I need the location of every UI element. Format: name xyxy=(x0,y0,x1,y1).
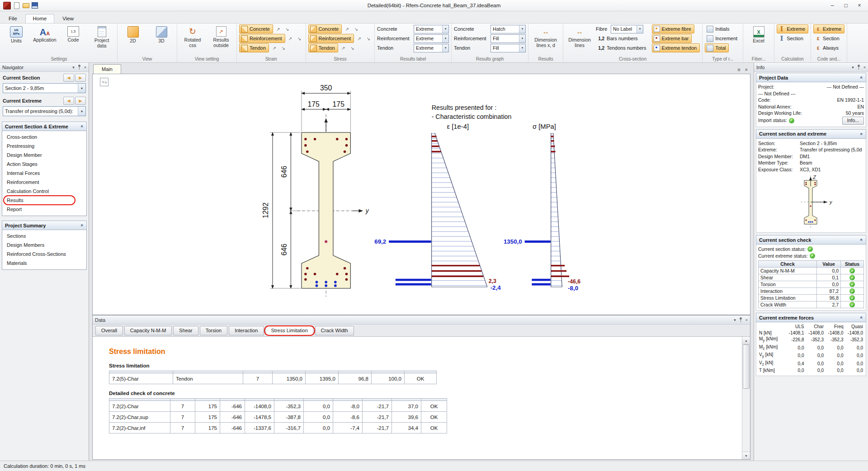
dimension-lines-xd-button[interactable]: ↔ Dimension lines x, d xyxy=(531,25,561,49)
tab-shear[interactable]: Shear xyxy=(173,326,198,335)
view-3d-button[interactable]: 3D xyxy=(148,25,175,45)
extreme-fibre-button[interactable]: Extreme fibre xyxy=(652,24,694,33)
next-section-button[interactable]: ▶ xyxy=(75,74,86,82)
initials-button[interactable]: Initials xyxy=(705,24,732,33)
strain-direction-up-icon[interactable]: ↗ xyxy=(274,25,282,33)
view-2d-button[interactable]: 2D xyxy=(120,25,146,45)
increment-button[interactable]: Increment xyxy=(705,34,741,43)
application-button[interactable]: AA Application xyxy=(32,25,58,44)
excel-button[interactable]: X Excel xyxy=(745,25,772,45)
close-button[interactable]: × xyxy=(853,1,866,9)
strain-tendon-button[interactable]: Tendon xyxy=(239,43,269,52)
chevron-down-icon[interactable]: ▾ xyxy=(442,44,448,52)
close-panel-icon[interactable]: × xyxy=(745,318,748,322)
strain-reinforcement-button[interactable]: Reinforcement xyxy=(239,34,285,43)
results-label-concrete-select[interactable]: Extreme▾ xyxy=(414,25,449,33)
stress-direction-down-icon[interactable]: ↘ xyxy=(352,25,360,33)
nav-item-cross-section[interactable]: Cross-section xyxy=(2,132,86,141)
tendons-numbers-button[interactable]: 1,2Tendons numbers xyxy=(596,43,649,52)
nav-item-internal-forces[interactable]: Internal Forces xyxy=(2,169,86,178)
previous-section-button[interactable]: ◀ xyxy=(63,74,74,82)
stress-direction-up-icon[interactable]: ↗ xyxy=(343,25,351,33)
tab-interaction[interactable]: Interaction xyxy=(229,326,264,335)
nav-item-design-members[interactable]: Design Members xyxy=(2,240,86,250)
extreme-tendon-button[interactable]: Extreme tendon xyxy=(652,43,700,52)
tab-crack-width[interactable]: Crack Width xyxy=(315,326,354,335)
units-button[interactable]: kNMPa Units xyxy=(3,25,29,45)
strain-direction-down-icon[interactable]: ↘ xyxy=(279,44,287,52)
maximize-button[interactable]: □ xyxy=(839,1,853,9)
scroll-up-icon[interactable]: ▲ xyxy=(742,337,750,344)
tab-capacity-nmm[interactable]: Capacity N-M-M xyxy=(124,326,172,335)
open-file-button[interactable] xyxy=(22,2,29,9)
total-button[interactable]: Total xyxy=(705,43,729,52)
nav-item-report[interactable]: Report xyxy=(2,205,86,214)
section-header-extreme-forces[interactable]: Current extreme forces « xyxy=(756,313,866,322)
fibre-select[interactable]: No Label▾ xyxy=(611,25,643,33)
chevron-down-icon[interactable]: ▾ xyxy=(519,35,525,42)
stress-concrete-button[interactable]: Concrete xyxy=(308,24,342,33)
drawing-viewport[interactable]: ↖↘ xyxy=(92,74,750,315)
nav-item-results[interactable]: Results xyxy=(2,196,86,205)
section-header-current[interactable]: Current Section & Extreme « xyxy=(2,122,87,131)
close-panel-icon[interactable]: × xyxy=(84,65,86,70)
fit-view-icon[interactable]: ↖↘ xyxy=(100,78,108,86)
info-button[interactable]: Info... xyxy=(842,117,864,125)
nav-item-design-member[interactable]: Design Member xyxy=(2,151,86,160)
project-data-button[interactable]: Project data xyxy=(89,25,115,50)
tab-stress-limitation[interactable]: Stress Limitation xyxy=(265,326,314,335)
chevron-down-icon[interactable]: ▾ xyxy=(442,25,448,33)
section-header-project-data[interactable]: Project Data « xyxy=(756,73,866,82)
new-file-button[interactable] xyxy=(13,2,20,9)
section-header-section-check[interactable]: Current section check « xyxy=(756,235,866,245)
chevron-down-icon[interactable]: ▾ xyxy=(78,84,85,93)
stress-direction-up-icon[interactable]: ↗ xyxy=(355,35,363,42)
chevron-down-icon[interactable]: ▾ xyxy=(442,35,448,42)
save-button[interactable] xyxy=(31,2,38,9)
dimension-lines-button[interactable]: ↔ Dimension lines xyxy=(566,25,594,49)
chevron-down-icon[interactable]: ▾ xyxy=(637,25,643,33)
stress-direction-up-icon[interactable]: ↗ xyxy=(340,44,347,52)
chevron-down-icon[interactable]: ▾ xyxy=(519,44,525,52)
close-view-icon[interactable]: × xyxy=(745,67,748,72)
results-graph-tendon-select[interactable]: Fill▾ xyxy=(491,44,526,52)
next-extreme-button[interactable]: ▶ xyxy=(75,97,86,105)
nav-item-sections[interactable]: Sections xyxy=(2,231,86,240)
nav-item-action-stages[interactable]: Action Stages xyxy=(2,160,86,169)
strain-direction-down-icon[interactable]: ↘ xyxy=(283,25,291,33)
extreme-bar-button[interactable]: Extreme bar xyxy=(652,34,692,43)
previous-extreme-button[interactable]: ◀ xyxy=(63,97,74,105)
code-button[interactable]: 1,5 Code xyxy=(60,25,86,44)
stress-direction-down-icon[interactable]: ↘ xyxy=(349,44,356,52)
pin-icon[interactable] xyxy=(739,317,743,322)
code-always-button[interactable]: εAlways xyxy=(813,43,842,52)
stress-direction-down-icon[interactable]: ↘ xyxy=(364,35,372,42)
strain-concrete-button[interactable]: Concrete xyxy=(239,24,273,33)
stress-tendon-button[interactable]: Tendon xyxy=(308,43,338,52)
chevron-down-icon[interactable]: ▾ xyxy=(78,107,85,116)
strain-direction-up-icon[interactable]: ↗ xyxy=(287,35,294,42)
tab-main[interactable]: Main xyxy=(93,64,121,74)
nav-item-prestressing[interactable]: Prestressing xyxy=(2,141,86,151)
view-menu-icon[interactable]: ≡ xyxy=(737,67,740,72)
tab-overall[interactable]: Overall xyxy=(95,326,123,335)
nav-item-calculation-control[interactable]: Calculation Control xyxy=(2,187,86,196)
code-extreme-button[interactable]: εExtreme xyxy=(813,24,844,33)
tab-view[interactable]: View xyxy=(55,14,81,23)
panel-menu-icon[interactable]: ▾ xyxy=(734,318,736,322)
vertical-scrollbar[interactable]: ▲ ▼ xyxy=(742,337,750,459)
nav-item-reinforced-cross-sections[interactable]: Reinforced Cross-Sections xyxy=(2,250,86,259)
scrollbar-thumb[interactable] xyxy=(743,344,750,389)
pin-icon[interactable] xyxy=(77,65,81,70)
results-label-reinforcement-select[interactable]: Extreme▾ xyxy=(414,34,449,43)
code-section-button[interactable]: εSection xyxy=(813,34,843,43)
tab-torsion[interactable]: Torsion xyxy=(200,326,227,335)
tab-file[interactable]: File xyxy=(1,14,25,23)
scroll-down-icon[interactable]: ▼ xyxy=(742,452,750,459)
nav-item-reinforcement[interactable]: Reinforcement xyxy=(2,178,86,187)
minimize-button[interactable]: – xyxy=(826,1,839,9)
close-panel-icon[interactable]: × xyxy=(863,65,866,70)
section-header-project-summary[interactable]: Project Summary « xyxy=(2,221,87,230)
calculation-section-button[interactable]: ISection xyxy=(777,34,807,43)
tab-home[interactable]: Home xyxy=(25,14,55,23)
